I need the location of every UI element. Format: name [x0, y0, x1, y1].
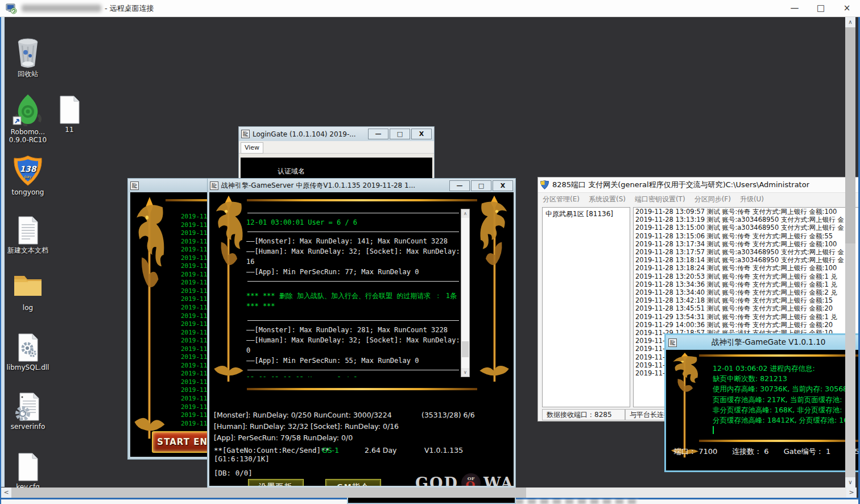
gamegate-content: 12-01 03:06:02 进程内存信息:缺页中断次数: 821213使用内存… [666, 350, 859, 470]
shield-icon [540, 180, 549, 189]
folder-icon [13, 273, 43, 297]
gamegate-line: 非分页缓存池高峰: 168K, 非分页缓存池: [713, 405, 859, 415]
payment-log-row[interactable]: 2019-11-29 13:54:31 测试 账号:传奇 支付方式:网上银行 金… [634, 313, 860, 321]
scroll-right-icon[interactable]: > [846, 488, 857, 498]
rdp-horizontal-scrollbar[interactable]: < > [1, 488, 857, 498]
payment-log-row[interactable]: 2019-11-28 13:15:00 测试 账号:a303468950 支付方… [634, 224, 860, 232]
gamegate-line: 分页缓存池高峰: 18412K, 分页缓存池: 16 [713, 415, 859, 425]
desktop-icon-serverinfo[interactable]: serverinfo [2, 393, 53, 431]
gm-command-button[interactable]: GM指令 [325, 479, 381, 486]
gold-frame-bar-bottom [699, 440, 859, 442]
scroll-down-icon[interactable]: ∨ [845, 477, 855, 488]
rdp-icon [6, 3, 17, 14]
stat-monster-right: (35313/28) 6/6 [421, 411, 475, 419]
desktop-icon-robomongo[interactable]: Robomo... 0.9.0-RC10 [2, 93, 53, 144]
logingate-titlebar[interactable]: 龍 LoginGate (1.0.1.104) 2019-... — □ X [239, 127, 434, 141]
logingate-console-text: 认证域名 [278, 167, 305, 176]
desktop-icon-11[interactable]: 11 [49, 96, 89, 134]
gamegate-window: 龍 战神引擎-GameGate V1.0.1.10 12-01 03:06:02… [664, 333, 860, 472]
maximize-button[interactable]: □ [471, 180, 491, 191]
svg-text:138: 138 [19, 164, 36, 173]
app-titlebar: - 远程桌面连接 — □ × [0, 0, 860, 17]
stat-monster: [Monster]: RunDelay: 0/250 RunCount: 300… [214, 411, 392, 419]
maximize-button[interactable]: □ [390, 129, 410, 139]
minimize-button[interactable]: — [368, 129, 388, 139]
scrollbar-thumb[interactable] [462, 341, 469, 357]
menu-partition-sync[interactable]: 分区同步(F) [694, 195, 731, 204]
minimize-button[interactable]: — [782, 0, 808, 17]
payment-log-row[interactable]: 2019-11-28 13:13:19 测试 账号:a303468950 支付方… [634, 216, 860, 224]
text-file-icon [16, 216, 39, 245]
close-button[interactable]: X [493, 180, 513, 191]
payment-log-row[interactable]: 2019-11-28 13:15:06 测试 账号:传奇 支付方式:网上银行 金… [634, 232, 860, 240]
desktop-icon-recycle-bin[interactable]: 回收站 [2, 38, 53, 78]
logo-war: WAR [483, 474, 514, 486]
payment-log-row[interactable]: 2019-11-28 13:09:57 测试 账号:传奇 支付方式:网上银行 金… [634, 208, 860, 216]
gameserver-stats: [Monster]: RunDelay: 0/250 RunCount: 300… [214, 408, 514, 476]
dragon-seal-icon: 龍 [210, 181, 218, 190]
desktop-icon-libmysql[interactable]: libmySQL.dll [1, 333, 55, 371]
gamegate-titlebar[interactable]: 龍 战神引擎-GameGate V1.0.1.10 [666, 335, 859, 350]
payment-log-row[interactable]: 2019-11-28 13:42:18 测试 账号:传奇 支付方式:网上银行 金… [634, 296, 860, 304]
payment-log-row[interactable]: 2019-11-28 13:34:40 测试 账号:传奇 支付方式:网上银行 金… [634, 288, 860, 296]
payment-log-row[interactable]: 2019-11-28 13:18:24 测试 账号:传奇 支付方式:网上银行 金… [634, 264, 860, 272]
console-line: ——[Human]: Max RunDelay: 32; [Socket]: M… [246, 335, 460, 356]
icon-label: tongyong [2, 188, 53, 196]
console-line: ——[App]: Min PerSecRun: 55; Max RunDelay… [246, 356, 460, 366]
god-of-war-logo: GOD OF Ω WAR [415, 473, 514, 486]
scroll-left-icon[interactable]: < [1, 488, 11, 498]
menu-partition-manage[interactable]: 分区管理(E) [543, 195, 580, 204]
dragon-ornament [211, 195, 246, 393]
scroll-up-icon[interactable]: ∧ [461, 209, 469, 218]
menu-system-settings[interactable]: 系统设置(S) [589, 195, 626, 204]
icon-label: libmySQL.dll [1, 363, 55, 371]
logo-omega-glyph: Ω [466, 481, 477, 486]
payment-log-row[interactable]: 2019-11-28 13:20:53 测试 账号:传奇 支付方式:网上银行 金… [634, 272, 860, 280]
menu-upgrade[interactable]: 升级(U) [740, 195, 764, 204]
maximize-button[interactable]: □ [808, 0, 834, 17]
icon-label: log [2, 304, 53, 312]
payment-log-row[interactable]: 2019-11-28 13:34:36 测试 账号:传奇 支付方式:网上银行 金… [634, 280, 860, 288]
dragon-ornament-mirrored [477, 195, 512, 393]
desktop-icon-log-folder[interactable]: log [2, 273, 53, 312]
scrollbar-thumb[interactable] [845, 27, 855, 243]
desktop-icon-tongyong[interactable]: 138 pay tongyong [2, 155, 53, 196]
settings-panel-button[interactable]: 设置面板 [248, 479, 304, 486]
scroll-up-icon[interactable]: ∧ [845, 17, 855, 27]
scrollbar-thumb[interactable] [11, 488, 526, 498]
icon-label: 11 [49, 126, 89, 134]
paygate-titlebar[interactable]: 8285端口 支付网关(general程序仅用于交流与研究)C:\Users\A… [538, 177, 860, 193]
minimize-button[interactable]: — [449, 180, 470, 191]
console-line [247, 320, 459, 321]
stat-g1: [G1:6:130/1K] [214, 455, 270, 463]
zone-item[interactable]: 中原武易1区 [81136] [545, 209, 627, 219]
payment-log-row[interactable]: 2019-11-28 13:17:57 测试 账号:a303468950 支付方… [634, 248, 860, 256]
scroll-down-icon[interactable]: ∨ [461, 368, 469, 377]
gameserver-window: 龍 战神引擎-GameServer 中原传奇V1.0.1.135 2019-11… [207, 178, 516, 488]
console-line: ——[Monster]: Max RunDelay: 141; Max RunC… [246, 236, 460, 246]
payment-log-row[interactable]: 2019-11-28 13:17:34 测试 账号:传奇 支付方式:网上银行 金… [634, 240, 860, 248]
recycle-bin-icon [14, 38, 42, 68]
close-button[interactable]: X [411, 129, 432, 139]
console-line: 12-01 03:10:02 User = 6 / 6 [246, 374, 460, 377]
gold-frame-bar-bottom [247, 388, 477, 390]
console-scrollbar[interactable]: ∧ ∨ [461, 209, 470, 377]
desktop-icon-keycfg[interactable]: key.cfg [2, 453, 53, 491]
desktop-icon-new-text-doc[interactable]: 新建文本文档 [1, 216, 55, 254]
rdp-vertical-scrollbar[interactable]: ∧ ∨ [845, 17, 855, 488]
console-line: ——[Human]: Max RunDelay: 32; [Socket]: M… [246, 246, 460, 267]
svg-text:pay: pay [24, 175, 32, 179]
close-button[interactable]: × [834, 0, 860, 17]
icon-label-line2: 0.9.0-RC10 [2, 136, 53, 144]
payment-log-row[interactable]: 2019-11-28 13:45:51 测试 账号:传奇 支付方式:网上银行 金… [634, 304, 860, 312]
gate-connections: 连接数： 6 [732, 447, 768, 456]
gameserver-titlebar[interactable]: 龍 战神引擎-GameServer 中原传奇V1.0.1.135 2019-11… [208, 179, 515, 192]
menu-port-key-settings[interactable]: 端口密钥设置(T) [635, 195, 685, 204]
logingate-menubar: View [239, 141, 434, 154]
menu-view[interactable]: View [241, 142, 263, 154]
console-line [247, 370, 459, 370]
zone-list-panel[interactable]: 中原武易1区 [81136] [542, 207, 630, 407]
stat-gs: GS-1 [322, 446, 339, 455]
payment-log-row[interactable]: 2019-11-29 14:00:36 测试 账号:传奇 支付方式:网上银行 金… [634, 321, 860, 329]
payment-log-row[interactable]: 2019-11-28 13:18:14 测试 账号:a303468950 支付方… [634, 256, 860, 264]
